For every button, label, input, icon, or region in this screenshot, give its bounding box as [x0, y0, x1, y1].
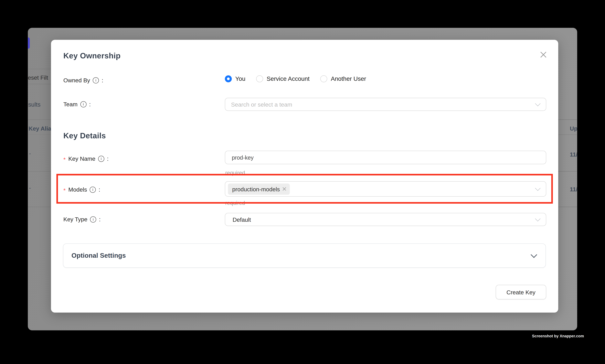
label-colon: :	[107, 155, 109, 162]
key-type-value: Default	[225, 216, 251, 223]
table-row-updated-cell: 11/	[570, 151, 577, 158]
radio-owned-by-another-user[interactable]: Another User	[320, 75, 366, 82]
chevron-down-icon	[531, 251, 537, 258]
info-icon[interactable]: i	[90, 216, 96, 222]
radio-owned-by-you[interactable]: You	[225, 75, 245, 82]
background-primary-button-fragment	[28, 38, 30, 49]
close-icon	[540, 51, 546, 58]
close-button[interactable]	[537, 49, 549, 60]
reset-filters-button-fragment[interactable]: eset Filt	[28, 74, 48, 81]
table-row-alias-cell: -	[29, 150, 31, 156]
info-icon[interactable]: i	[98, 156, 104, 162]
info-icon[interactable]: i	[80, 101, 86, 107]
key-type-select[interactable]: Default	[225, 213, 546, 226]
optional-settings-accordion[interactable]: Optional Settings	[63, 244, 546, 268]
key-name-label: * Key Name i :	[63, 155, 109, 162]
radio-label: You	[235, 75, 245, 82]
owned-by-radio-group: You Service Account Another User	[225, 75, 366, 82]
owned-by-label: Owned By i :	[63, 77, 103, 83]
xnapper-watermark: Screenshot by Xnapper.com	[532, 334, 584, 338]
key-type-label-text: Key Type	[63, 216, 87, 223]
info-icon[interactable]: i	[93, 77, 99, 83]
key-name-label-text: Key Name	[68, 155, 95, 162]
label-colon: :	[102, 77, 103, 83]
team-label: Team i :	[63, 101, 91, 107]
section-title-key-ownership: Key Ownership	[63, 52, 120, 60]
team-label-text: Team	[63, 101, 77, 107]
radio-label: Service Account	[267, 75, 310, 82]
radio-label: Another User	[331, 75, 366, 82]
team-select-placeholder: Search or select a team	[225, 101, 292, 108]
radio-selected-icon[interactable]	[225, 75, 232, 82]
radio-unselected-icon[interactable]	[256, 75, 263, 82]
results-count-fragment: sults	[28, 101, 40, 108]
label-colon: :	[99, 216, 101, 223]
team-select[interactable]: Search or select a team	[225, 98, 546, 111]
label-colon: :	[89, 101, 91, 107]
key-type-label: Key Type i :	[63, 216, 101, 223]
column-header-key-alias: Key Alia	[29, 125, 51, 132]
key-name-input[interactable]: prod-key	[225, 151, 546, 164]
optional-settings-title: Optional Settings	[71, 252, 126, 260]
annotation-box-models-row	[56, 174, 553, 204]
screenshot-canvas: eset Filt sults Key Alia Up - 11/ - 11/ …	[0, 0, 605, 364]
key-name-value: prod-key	[225, 154, 254, 161]
owned-by-label-text: Owned By	[63, 77, 90, 83]
section-title-key-details: Key Details	[63, 131, 106, 140]
table-row-updated-cell: 11/	[570, 186, 577, 193]
chevron-down-icon	[535, 216, 541, 221]
chevron-down-icon	[535, 101, 541, 106]
table-row-alias-cell: -	[29, 184, 31, 191]
radio-owned-by-service-account[interactable]: Service Account	[256, 75, 310, 82]
create-key-button[interactable]: Create Key	[496, 285, 546, 299]
radio-unselected-icon[interactable]	[320, 75, 327, 82]
required-asterisk: *	[63, 156, 65, 163]
column-header-updated: Up	[570, 125, 577, 132]
